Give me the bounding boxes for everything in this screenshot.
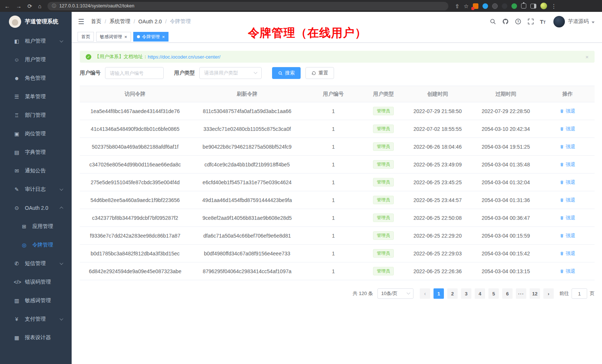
page-button[interactable]: 3 <box>461 288 471 299</box>
sidebar-item-dept[interactable]: ♖ 部门管理 <box>0 106 72 125</box>
breadcrumb-link[interactable]: OAuth 2.0 <box>138 19 162 24</box>
hamburger-icon[interactable]: ☰ <box>78 17 84 26</box>
extension-icon[interactable] <box>482 3 488 9</box>
search-button[interactable]: 搜索 <box>272 67 301 79</box>
user-id-input[interactable] <box>105 67 164 79</box>
extension-icon[interactable] <box>492 3 498 9</box>
delete-icon <box>560 269 564 274</box>
page-content: ✓ 【用户体系】文档地址： https://doc.iocoder.cn/use… <box>72 43 602 364</box>
active-dot <box>137 35 140 38</box>
sidebar-item-role[interactable]: ☻ 角色管理 <box>0 69 72 87</box>
url-bar[interactable]: ⓘ 127.0.0.1:1024/system/oauth2/token <box>48 2 448 10</box>
user-type-badge: 管理员 <box>373 231 394 239</box>
sidebar-item-label: 支付管理 <box>25 316 46 322</box>
next-page-button[interactable]: › <box>543 288 554 299</box>
tab-oauth2-token[interactable]: 令牌管理 × <box>133 32 169 42</box>
page-button[interactable]: 12 <box>530 288 540 299</box>
user-type-badge: 管理员 <box>373 107 394 115</box>
page-button[interactable]: 6 <box>502 288 513 299</box>
sidebar-item-oauth2-token[interactable]: ◎ 令牌管理 <box>0 236 72 254</box>
reload-icon[interactable]: ⟳ <box>27 3 32 9</box>
access-token-cell: 1ea5e44f8bc1467aaede43144f31de76 <box>80 102 190 120</box>
forward-icon[interactable]: → <box>16 3 22 9</box>
page-button[interactable]: 5 <box>488 288 499 299</box>
github-icon[interactable] <box>502 18 509 25</box>
alert-close-icon[interactable]: × <box>585 54 589 60</box>
sidebar-item-dict[interactable]: ▤ 字典管理 <box>0 143 72 162</box>
page-button[interactable]: 4 <box>475 288 485 299</box>
page-button[interactable]: ··· <box>516 288 526 299</box>
force-logout-button[interactable]: 强退 <box>560 197 575 203</box>
sidebar-item-icon: ✆ <box>14 261 20 267</box>
user-name: 芋道源码 <box>568 18 589 25</box>
sidebar-item-sms[interactable]: ✆ 短信管理 <box>0 254 72 273</box>
doc-alert: ✓ 【用户体系】文档地址： https://doc.iocoder.cn/use… <box>80 51 595 63</box>
force-logout-button[interactable]: 强退 <box>560 143 575 150</box>
sidebar-item-tenant[interactable]: ◧ 租户管理 <box>0 32 72 50</box>
side-panel-icon[interactable] <box>530 4 536 9</box>
tab-home[interactable]: 首页 <box>78 32 94 42</box>
bookmark-star-icon[interactable]: ☆ <box>464 3 468 9</box>
sidebar-item-user[interactable]: ☺ 用户管理 <box>0 50 72 69</box>
force-logout-button[interactable]: 强退 <box>560 179 575 186</box>
force-logout-button[interactable]: 强退 <box>560 126 575 132</box>
sidebar-item-oauth2[interactable]: ⊙ OAuth 2.0 <box>0 199 72 217</box>
force-logout-button[interactable]: 强退 <box>560 108 575 115</box>
force-logout-button[interactable]: 强退 <box>560 215 575 221</box>
page-button[interactable]: 2 <box>447 288 458 299</box>
fullscreen-icon[interactable] <box>527 18 534 25</box>
expire-time-cell: 2054-03-04 01:32:04 <box>471 173 540 191</box>
prev-page-button[interactable]: ‹ <box>420 288 430 299</box>
sidebar-item-post[interactable]: ▣ 岗位管理 <box>0 125 72 143</box>
user-type-badge: 管理员 <box>373 142 394 150</box>
force-logout-button[interactable]: 强退 <box>560 250 575 257</box>
user-type-select[interactable]: 请选择用户类型 <box>199 67 262 79</box>
help-icon[interactable]: ? <box>515 18 522 25</box>
browser-profile-avatar[interactable] <box>540 3 547 9</box>
page-size-value: 10条/页 <box>381 290 397 297</box>
browser-menu-icon[interactable]: ⋮ <box>551 3 557 9</box>
user-type-cell: 管理员 <box>363 191 404 209</box>
app-logo-row[interactable]: 芋道管理系统 <box>0 12 72 31</box>
back-icon[interactable]: ← <box>4 3 10 9</box>
font-size-icon[interactable]: TT <box>540 19 546 25</box>
extension-icon[interactable] <box>502 3 507 9</box>
page-size-select[interactable]: 10条/页 <box>377 288 413 299</box>
sidebar-item-icon: ☰ <box>14 94 20 100</box>
user-menu[interactable]: 芋道源码 <box>553 16 595 27</box>
page-button[interactable]: 1 <box>433 288 444 299</box>
force-logout-button[interactable]: 强退 <box>560 268 575 275</box>
extension-icon[interactable] <box>473 3 478 9</box>
breadcrumb-link[interactable]: 首页 <box>91 18 101 25</box>
force-logout-button[interactable]: 强退 <box>560 232 575 239</box>
extension-icon[interactable] <box>511 3 517 9</box>
sidebar-item-report-designer[interactable]: ▦ 报表设计器 <box>0 328 72 347</box>
home-icon[interactable]: ⌂ <box>38 3 42 9</box>
tab-sensitive-word[interactable]: 敏感词管理 × <box>96 32 131 42</box>
sidebar-item-notice[interactable]: ✉ 通知公告 <box>0 162 72 180</box>
chevron-down-icon <box>407 291 410 294</box>
app-root: 芋道管理系统 ◧ 租户管理 ☺ 用户管理 ☻ 角色管理 ☰ 菜单管理 ♖ 部门管… <box>0 12 602 364</box>
goto-page-input[interactable] <box>572 288 587 299</box>
tab-close-icon[interactable]: × <box>124 34 127 39</box>
sidebar-item-error-code[interactable]: </> 错误码管理 <box>0 273 72 291</box>
doc-link[interactable]: https://doc.iocoder.cn/user-center/ <box>148 54 220 60</box>
browser-chrome: ← → ⟳ ⌂ ⓘ 127.0.0.1:1024/system/oauth2/t… <box>0 0 602 12</box>
extension-badge <box>471 7 474 10</box>
user-type-cell: 管理员 <box>363 120 404 138</box>
sidebar-item-audit-log[interactable]: ✎ 审计日志 <box>0 180 72 199</box>
sidebar-item-oauth2-app[interactable]: ⊞ 应用管理 <box>0 217 72 236</box>
tab-close-icon[interactable]: × <box>162 34 165 39</box>
breadcrumb-link[interactable]: 令牌管理 <box>170 18 191 25</box>
sidebar-item-pay[interactable]: ¥ 支付管理 <box>0 310 72 328</box>
breadcrumb-link[interactable]: 系统管理 <box>109 18 130 25</box>
share-icon[interactable]: ⇧ <box>455 3 460 9</box>
extensions-puzzle-icon[interactable] <box>521 3 526 9</box>
reset-button[interactable]: 重置 <box>305 67 334 79</box>
action-cell: 强退 <box>540 173 595 191</box>
sidebar-item-menu[interactable]: ☰ 菜单管理 <box>0 87 72 106</box>
site-info-icon[interactable]: ⓘ <box>52 3 56 9</box>
sidebar-item-sensitive-word[interactable]: ▥ 敏感词管理 <box>0 291 72 310</box>
force-logout-button[interactable]: 强退 <box>560 161 575 168</box>
search-icon[interactable] <box>490 18 497 25</box>
